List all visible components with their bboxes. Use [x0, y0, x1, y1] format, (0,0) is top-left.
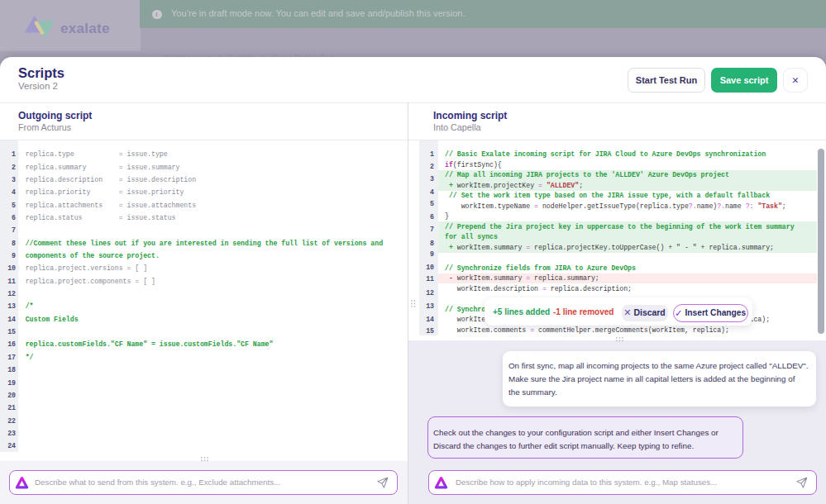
- svg-text:exalate: exalate: [60, 21, 110, 36]
